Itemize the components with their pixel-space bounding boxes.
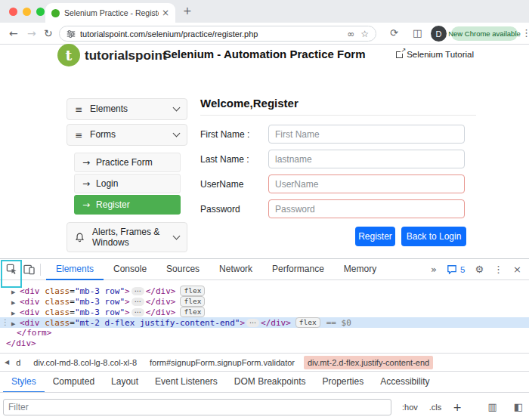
dom-tree-row[interactable]: ▶<div class="mb-3 row">⋯</div>flex (0, 307, 529, 317)
expand-children-button[interactable]: ⋯ (131, 298, 144, 306)
styles-filter-input[interactable] (3, 399, 391, 415)
device-toolbar-button[interactable] (23, 264, 35, 275)
devtools-tab-sources[interactable]: Sources (156, 259, 209, 280)
accordion-elements-label: Elements (90, 103, 174, 114)
devtools-tab-elements[interactable]: Elements (46, 259, 104, 280)
dom-tree-row[interactable]: ▶<div class="mb-3 row">⋯</div>flex (0, 286, 529, 296)
divider (40, 264, 41, 276)
zoom-window-button[interactable] (36, 8, 45, 16)
address-bar[interactable]: tutorialspoint.com/selenium/practice/reg… (59, 26, 376, 42)
first-name-label: First Name : (200, 129, 249, 140)
minimize-window-button[interactable] (23, 8, 31, 16)
sidebar-item-label: Login (96, 178, 118, 189)
flex-badge[interactable]: flex (180, 296, 205, 307)
flex-badge[interactable]: flex (295, 317, 320, 328)
devtools-menu-icon[interactable]: ⋮ (493, 264, 503, 275)
last-name-input[interactable] (268, 150, 465, 168)
tab-styles[interactable]: Styles (3, 372, 45, 393)
expand-children-button[interactable]: ⋯ (131, 287, 144, 295)
new-tab-button[interactable]: + (183, 5, 192, 17)
breadcrumb-item[interactable]: d (12, 356, 24, 369)
dollar-zero-annotation: == $0 (326, 318, 351, 328)
new-style-rule-button[interactable]: + (453, 401, 462, 413)
sidebar-item-label: Register (96, 199, 130, 210)
dom-tree-row[interactable]: </div> (0, 338, 529, 349)
devtools-tab-network[interactable]: Network (209, 259, 262, 280)
devtools-tab-memory[interactable]: Memory (334, 259, 386, 280)
styles-sidebar-tabs: Styles Computed Layout Event Listeners D… (0, 371, 529, 392)
tab-event-listeners[interactable]: Event Listeners (147, 372, 226, 393)
tab-dom-breakpoints[interactable]: DOM Breakpoints (226, 372, 314, 393)
breadcrumb-item[interactable]: div.col-md-8.col-lg-8.col-xl-8 (29, 356, 141, 369)
reload-button[interactable]: ↻ (44, 27, 53, 39)
element-state-grid-icon[interactable]: ▥ (487, 401, 497, 412)
sidebar-item-login[interactable]: → Login (74, 174, 181, 193)
accordion-forms[interactable]: ≡ Forms (67, 124, 187, 146)
register-button[interactable]: Register (355, 227, 395, 246)
issues-count: 5 (460, 265, 465, 274)
username-input[interactable] (268, 174, 465, 193)
site-settings-icon[interactable] (67, 29, 76, 39)
expand-children-button[interactable]: ⋯ (131, 308, 144, 317)
sidebar-item-register[interactable]: → Register (74, 195, 181, 215)
tab-properties[interactable]: Properties (314, 372, 373, 393)
password-input[interactable] (268, 199, 465, 218)
accordion-forms-label: Forms (90, 129, 174, 140)
inspect-element-button[interactable] (6, 264, 17, 275)
more-panels-icon[interactable]: » (431, 264, 437, 275)
arrow-right-icon: → (82, 199, 90, 210)
split-view-icon[interactable]: ◫ (413, 27, 422, 39)
back-to-login-button[interactable]: Back to Login (401, 227, 466, 246)
sidebar-toggle-icon[interactable]: ◧ (514, 401, 523, 412)
tab-computed[interactable]: Computed (45, 372, 103, 393)
dom-tree-row[interactable]: </form> (0, 328, 529, 338)
expand-children-button[interactable]: ⋯ (246, 319, 259, 327)
class-toggle-button[interactable]: .cls (429, 403, 442, 412)
devtools-tab-console[interactable]: Console (104, 259, 156, 280)
profile-avatar[interactable]: D (431, 26, 447, 42)
close-window-button[interactable] (9, 8, 17, 16)
issues-button[interactable]: 5 (447, 264, 465, 274)
issues-bubble-icon (447, 264, 457, 274)
first-name-input[interactable] (268, 125, 465, 144)
devtools-panel: Elements Console Sources Network Perform… (0, 258, 529, 420)
breadcrumb: ◀ d div.col-md-8.col-lg-8.col-xl-8 form#… (0, 353, 529, 371)
bookmark-star-icon[interactable]: ☆ (360, 29, 369, 39)
accordion-alerts-frames-windows[interactable]: Alerts, Frames & Windows (67, 222, 187, 252)
dom-tree-row[interactable]: ▶<div class="mb-3 row">⋯</div>flex (0, 296, 529, 307)
breadcrumb-item-selected[interactable]: div.mt-2.d-flex.justify-content-end (304, 356, 433, 369)
glasses-icon[interactable]: ∞ (347, 29, 354, 39)
sidebar-item-practice-form[interactable]: → Practice Form (74, 153, 181, 172)
hover-state-button[interactable]: :hov (402, 403, 418, 412)
forward-button[interactable]: → (27, 27, 36, 39)
browser-tab[interactable]: Selenium Practice - Register × (45, 3, 175, 23)
browser-toolbar: ← → ↻ tutorialspoint.com/selenium/practi… (0, 23, 529, 45)
chevron-down-icon (173, 130, 181, 137)
breadcrumb-item[interactable]: form#signupForm.signupForm.validator (146, 356, 299, 369)
accordion-elements[interactable]: ≡ Elements (67, 98, 187, 120)
devtools-close-icon[interactable]: × (513, 264, 521, 275)
devtools-tab-performance[interactable]: Performance (262, 259, 334, 280)
forms-list-icon: ≡ (75, 130, 82, 141)
username-label: UserName (200, 179, 243, 190)
tab-layout[interactable]: Layout (103, 372, 147, 393)
last-name-label: Last Name : (200, 154, 249, 165)
url-text: tutorialspoint.com/selenium/practice/reg… (80, 29, 341, 39)
tab-accessibility[interactable]: Accessibility (372, 372, 438, 393)
back-button[interactable]: ← (9, 27, 18, 39)
settings-gear-icon[interactable]: ⚙ (475, 264, 484, 275)
chevron-down-icon (173, 232, 181, 239)
tutorial-link-label: Selenium Tutorial (407, 50, 474, 59)
circular-arrow-icon[interactable]: ⟳ (390, 27, 398, 39)
flex-badge[interactable]: flex (180, 286, 205, 296)
breadcrumb-scroll-left-icon[interactable]: ◀ (2, 359, 12, 366)
dom-tree-row-selected[interactable]: ⋮▶<div class="mt-2 d-flex justify-conten… (0, 317, 529, 328)
device-toolbar-icon (23, 264, 35, 275)
arrow-right-icon: → (82, 178, 90, 189)
new-chrome-button[interactable]: New Chrome available (451, 26, 518, 41)
accordion-alerts-label: Alerts, Frames & Windows (92, 227, 174, 249)
tab-close-icon[interactable]: × (162, 8, 169, 18)
flex-badge[interactable]: flex (180, 307, 205, 317)
selenium-tutorial-link[interactable]: ↗ Selenium Tutorial (396, 50, 474, 59)
browser-menu-icon[interactable]: ⋮ (521, 27, 529, 39)
